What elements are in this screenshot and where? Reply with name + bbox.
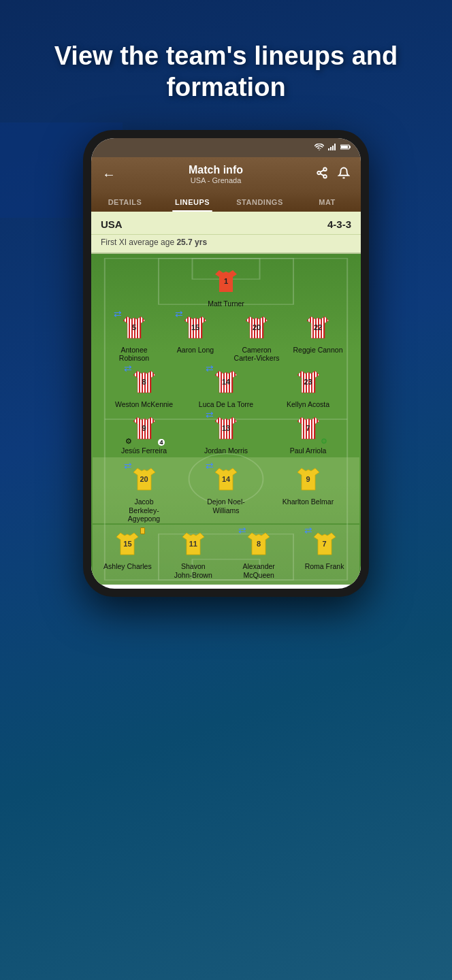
jersey-wrapper: 20 [240, 311, 273, 344]
sub-icon: ⇄ [124, 363, 132, 374]
player-card[interactable]: ⇄ 14 Dejon Noel-Williams [195, 463, 257, 514]
svg-line-10 [320, 174, 323, 176]
player-card[interactable]: 7 ⚙ Paul Arriola [278, 412, 339, 455]
app-header: ← Match info USA - Grenada [91, 157, 361, 191]
player-name: Jordan Morris [204, 446, 248, 455]
phone-screen: ← Match info USA - Grenada DETAILS L [91, 138, 361, 589]
jersey-wrapper: ⇄ 14 [210, 463, 242, 495]
jersey-wrapper: ⇄ 8 [128, 365, 161, 398]
captain-icon: ⚙ [321, 437, 327, 446]
back-button[interactable]: ← [102, 167, 116, 182]
svg-rect-2 [332, 146, 334, 150]
svg-rect-5 [349, 146, 351, 148]
player-name: Kharlton Belmar [282, 497, 334, 506]
player-name: Jesús Ferreira [121, 446, 167, 455]
jersey-wrapper: 9 [292, 463, 325, 495]
player-card[interactable]: ⇄ 8 AlexanderMcQueen [228, 527, 289, 579]
player-name: JacobBerkeley-Agyepong [114, 497, 175, 523]
subs-row-1: ⇄ 20 JacobBerkeley-Agyepong ⇄ [93, 457, 359, 523]
formation: 4-3-3 [327, 218, 351, 230]
svg-line-11 [320, 170, 323, 172]
jersey-number: 9 [142, 424, 146, 432]
sub-icon: ⇄ [304, 525, 312, 536]
subs-row-2: 15 Ashley Charles [93, 525, 359, 585]
midfielders-row: ⇄ 8 Weston McKennie ⇄ [93, 365, 359, 409]
jersey-wrapper: 15 [111, 527, 144, 560]
pitch: 1 Matt Turner ⇄ [91, 254, 361, 585]
jersey-number: 8 [142, 378, 146, 386]
player-card[interactable]: 11 ShavonJohn-Brown [163, 527, 224, 579]
jersey-number: 7 [306, 424, 310, 432]
notification-button[interactable] [338, 167, 350, 182]
avg-age-value: 25.7 yrs [176, 238, 207, 247]
tabs-bar: DETAILS LINEUPS STANDINGS MAT [91, 191, 361, 212]
jersey-wrapper: ⇄ 7 [308, 527, 341, 560]
player-card[interactable]: 15 Ashley Charles [97, 527, 158, 571]
svg-rect-3 [334, 144, 336, 150]
jersey-number: 23 [304, 378, 312, 386]
jersey-number: 7 [323, 540, 327, 548]
share-button[interactable] [316, 167, 328, 182]
player-name: Aaron Long [177, 346, 214, 355]
jersey-wrapper: ⇄ 8 [242, 527, 275, 560]
player-card[interactable]: ⇄ 13 Jordan Morris [195, 412, 257, 455]
tab-standings[interactable]: STANDINGS [226, 191, 293, 212]
player-card[interactable]: ⇄ 20 JacobBerkeley-Agyepong [114, 463, 175, 523]
defenders-row: ⇄ 5 AntoneeRobinson [93, 311, 359, 363]
player-name: Matt Turner [208, 299, 244, 308]
player-name: Ashley Charles [103, 562, 152, 571]
team-header: USA 4-3-3 [91, 212, 361, 235]
sub-icon: ⇄ [114, 308, 122, 319]
player-name: AntoneeRobinson [119, 346, 149, 363]
jersey-number: 11 [189, 540, 197, 548]
tab-lineups[interactable]: LINEUPS [159, 191, 226, 212]
sub-icon: ⇄ [238, 525, 246, 536]
player-name: Roma Frank [305, 562, 344, 571]
player-name: AlexanderMcQueen [243, 562, 275, 579]
player-card[interactable]: ⇄ 7 Roma Frank [294, 527, 355, 571]
player-card[interactable]: ⇄ 5 AntoneeRobinson [103, 311, 165, 363]
player-name: Paul Arriola [290, 446, 327, 455]
wifi-icon [314, 144, 324, 152]
sub-icon: ⇄ [206, 363, 214, 374]
jersey-number: 20 [140, 475, 148, 483]
player-card[interactable]: 9 4 ⚙ Jesús Ferreira [114, 412, 175, 455]
jersey-number: 9 [306, 475, 310, 483]
yellow-card-icon [140, 527, 145, 534]
sub-icon: ⇄ [124, 460, 132, 471]
jersey-number: 13 [222, 424, 230, 432]
promo-header: View the team's lineups and formation [0, 0, 452, 123]
player-card[interactable]: 9 Kharlton Belmar [278, 463, 339, 506]
player-card[interactable]: ⇄ 15 Aaron Long [165, 311, 226, 355]
main-content: USA 4-3-3 First XI average age 25.7 yrs [91, 212, 361, 585]
avg-age: First XI average age 25.7 yrs [91, 235, 361, 254]
jersey-number: 15 [123, 540, 131, 548]
player-card[interactable]: ⇄ 14 Luca De La Torre [195, 365, 257, 409]
jersey-wrapper: ⇄ 15 [179, 311, 212, 344]
promo-title: View the team's lineups and formation [27, 41, 425, 103]
jersey-number: 22 [314, 323, 322, 331]
player-card[interactable]: ⇄ 8 Weston McKennie [114, 365, 175, 409]
sub-icon: ⇄ [175, 308, 183, 319]
player-card[interactable]: 23 Kellyn Acosta [278, 365, 339, 409]
player-card[interactable]: 22 Reggie Cannon [287, 311, 349, 355]
goalkeeper-row: 1 Matt Turner [93, 265, 359, 308]
svg-point-8 [317, 171, 321, 174]
captain-dot: ⚙ [125, 437, 132, 446]
player-card[interactable]: 1 Matt Turner [195, 265, 257, 308]
jersey-wrapper: 23 [292, 365, 325, 398]
jersey-number: 14 [222, 475, 230, 483]
tab-details[interactable]: DETAILS [91, 191, 159, 212]
jersey-wrapper: ⇄ 14 [210, 365, 242, 398]
player-card[interactable]: 20 CameronCarter-Vickers [226, 311, 287, 363]
player-name: Reggie Cannon [293, 346, 343, 355]
tab-mat[interactable]: MAT [293, 191, 361, 212]
sub-icon: ⇄ [206, 460, 214, 471]
sub-icon: ⇄ [206, 409, 214, 420]
player-name: ShavonJohn-Brown [174, 562, 212, 579]
sub-number: 4 [158, 439, 164, 446]
jersey-wrapper: 7 ⚙ [292, 412, 325, 444]
phone-frame: ← Match info USA - Grenada DETAILS L [83, 130, 369, 597]
svg-point-7 [323, 167, 327, 171]
jersey-number: 20 [253, 323, 261, 331]
